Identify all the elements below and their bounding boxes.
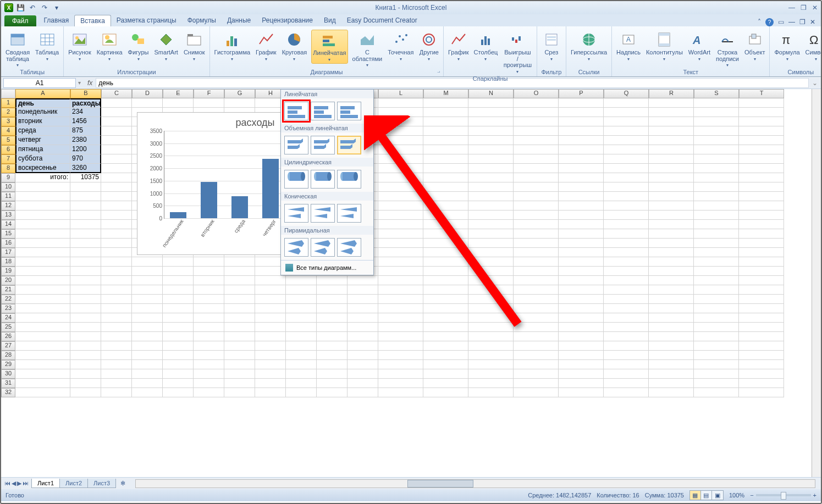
cell-T1[interactable] bbox=[739, 98, 784, 108]
gallery-item-объемная-линейчатая-1[interactable] bbox=[311, 136, 335, 154]
col-header-M[interactable]: M bbox=[423, 89, 468, 98]
cell-P14[interactable] bbox=[559, 220, 604, 229]
row-header-32[interactable]: 32 bbox=[1, 388, 15, 397]
cell-P26[interactable] bbox=[559, 332, 604, 341]
cell-L13[interactable] bbox=[378, 211, 423, 220]
row-header-18[interactable]: 18 bbox=[1, 257, 15, 267]
cell-M18[interactable] bbox=[423, 257, 468, 267]
cell-N29[interactable] bbox=[468, 360, 514, 369]
select-all-corner[interactable] bbox=[1, 89, 15, 98]
ribbon-wordart[interactable]: AWordArt▾ bbox=[687, 30, 711, 63]
cell-R23[interactable] bbox=[649, 304, 694, 313]
cell-N26[interactable] bbox=[468, 332, 514, 341]
cell-N10[interactable] bbox=[468, 182, 514, 192]
cell-M2[interactable] bbox=[423, 108, 468, 117]
cell-M22[interactable] bbox=[423, 295, 468, 304]
cell-S19[interactable] bbox=[694, 267, 739, 276]
file-tab[interactable]: Файл bbox=[4, 15, 36, 26]
cell-M8[interactable] bbox=[423, 164, 468, 173]
cell-N4[interactable] bbox=[468, 126, 514, 136]
cell-T27[interactable] bbox=[739, 341, 784, 351]
cell-C9[interactable] bbox=[101, 173, 132, 182]
inner-minimize-icon[interactable]: — bbox=[788, 18, 795, 26]
cell-T8[interactable] bbox=[739, 164, 784, 173]
cell-G19[interactable] bbox=[224, 267, 255, 276]
cell-R2[interactable] bbox=[649, 108, 694, 117]
cell-N6[interactable] bbox=[468, 145, 514, 154]
cell-F25[interactable] bbox=[194, 323, 224, 332]
cell-M23[interactable] bbox=[423, 304, 468, 313]
cell-P5[interactable] bbox=[559, 136, 604, 145]
cell-A19[interactable] bbox=[15, 267, 70, 276]
page-break-view-icon[interactable]: ▣ bbox=[712, 491, 723, 500]
cell-L1[interactable] bbox=[378, 98, 423, 108]
row-header-30[interactable]: 30 bbox=[1, 369, 15, 379]
row-header-13[interactable]: 13 bbox=[1, 211, 15, 220]
cell-S30[interactable] bbox=[694, 369, 739, 379]
cell-C6[interactable] bbox=[101, 145, 132, 154]
cell-T5[interactable] bbox=[739, 136, 784, 145]
cell-C19[interactable] bbox=[101, 267, 132, 276]
cell-B9[interactable]: 10375 bbox=[70, 173, 101, 182]
cell-O21[interactable] bbox=[514, 285, 559, 295]
cell-L25[interactable] bbox=[378, 323, 423, 332]
cell-P15[interactable] bbox=[559, 229, 604, 239]
cell-C20[interactable] bbox=[101, 276, 132, 285]
cell-D25[interactable] bbox=[132, 323, 163, 332]
cell-O18[interactable] bbox=[514, 257, 559, 267]
cell-L6[interactable] bbox=[378, 145, 423, 154]
row-header-7[interactable]: 7 bbox=[1, 154, 15, 164]
cell-I31[interactable] bbox=[286, 379, 317, 388]
name-box-dropdown-icon[interactable]: ▾ bbox=[78, 80, 84, 86]
cell-O31[interactable] bbox=[514, 379, 559, 388]
row-header-11[interactable]: 11 bbox=[1, 192, 15, 201]
cell-S14[interactable] bbox=[694, 220, 739, 229]
cell-N8[interactable] bbox=[468, 164, 514, 173]
cell-L26[interactable] bbox=[378, 332, 423, 341]
cell-C3[interactable] bbox=[101, 117, 132, 126]
ribbon-строка-подписи[interactable]: Строкаподписи▾ bbox=[715, 30, 740, 69]
cell-F19[interactable] bbox=[194, 267, 224, 276]
formula-expand-icon[interactable]: ⌄ bbox=[809, 79, 821, 87]
cell-R22[interactable] bbox=[649, 295, 694, 304]
cell-N18[interactable] bbox=[468, 257, 514, 267]
cell-S20[interactable] bbox=[694, 276, 739, 285]
inner-maximize-icon[interactable]: ❐ bbox=[799, 18, 806, 26]
cell-F24[interactable] bbox=[194, 313, 224, 323]
gallery-item-линейчатая-1[interactable] bbox=[311, 102, 335, 120]
cell-A4[interactable]: среда bbox=[15, 126, 70, 136]
zoom-slider[interactable]: − + bbox=[750, 492, 817, 499]
sheet-nav-0[interactable]: ⏮ bbox=[4, 480, 10, 487]
cell-T10[interactable] bbox=[739, 182, 784, 192]
cell-C2[interactable] bbox=[101, 108, 132, 117]
ribbon-tab-данные[interactable]: Данные bbox=[222, 15, 256, 26]
cell-P2[interactable] bbox=[559, 108, 604, 117]
cell-L22[interactable] bbox=[378, 295, 423, 304]
cell-E27[interactable] bbox=[163, 341, 194, 351]
col-header-O[interactable]: O bbox=[514, 89, 559, 98]
cell-P10[interactable] bbox=[559, 182, 604, 192]
cell-P27[interactable] bbox=[559, 341, 604, 351]
ribbon-срез[interactable]: Срез▾ bbox=[540, 30, 562, 63]
cell-M27[interactable] bbox=[423, 341, 468, 351]
cell-J21[interactable] bbox=[317, 285, 347, 295]
cell-M14[interactable] bbox=[423, 220, 468, 229]
cell-A12[interactable] bbox=[15, 201, 70, 211]
cell-S12[interactable] bbox=[694, 201, 739, 211]
row-header-20[interactable]: 20 bbox=[1, 276, 15, 285]
cell-L14[interactable] bbox=[378, 220, 423, 229]
cell-L5[interactable] bbox=[378, 136, 423, 145]
cell-R11[interactable] bbox=[649, 192, 694, 201]
cell-O26[interactable] bbox=[514, 332, 559, 341]
cell-M31[interactable] bbox=[423, 379, 468, 388]
ribbon-гистограмма[interactable]: Гистограмма▾ bbox=[213, 30, 252, 63]
cell-P16[interactable] bbox=[559, 239, 604, 248]
cell-B20[interactable] bbox=[70, 276, 101, 285]
cell-Q1[interactable] bbox=[604, 98, 649, 108]
cell-N5[interactable] bbox=[468, 136, 514, 145]
cell-O15[interactable] bbox=[514, 229, 559, 239]
cell-C25[interactable] bbox=[101, 323, 132, 332]
inner-close-icon[interactable]: ✕ bbox=[810, 18, 815, 26]
cell-E18[interactable] bbox=[163, 257, 194, 267]
cell-N13[interactable] bbox=[468, 211, 514, 220]
